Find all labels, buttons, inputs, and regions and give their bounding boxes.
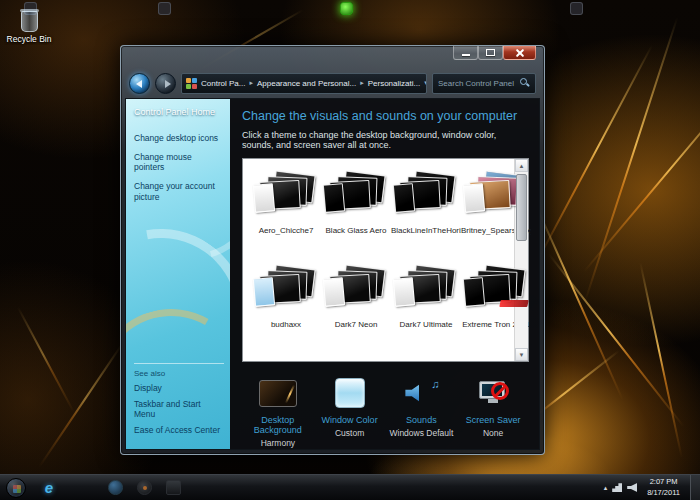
- page-subtitle: Click a theme to change the desktop back…: [242, 130, 529, 150]
- theme-label: BlackLineInTheHorizon: [391, 226, 461, 235]
- sidebar-item-ease-of-access[interactable]: Ease of Access Center: [134, 425, 224, 435]
- sounds-setting[interactable]: ♫ Sounds Windows Default: [386, 375, 458, 448]
- theme-thumbnail: [394, 265, 458, 313]
- scroll-down-button[interactable]: ▼: [515, 348, 528, 361]
- window-color-icon: [335, 378, 365, 408]
- sidebar-swirl-decoration: [126, 196, 230, 433]
- theme-list: Aero_Chicche7 Black Glass Aero BlackLine…: [242, 158, 529, 362]
- show-hidden-icons-button[interactable]: ▴: [604, 484, 608, 492]
- network-icon[interactable]: [612, 483, 622, 492]
- theme-thumbnail: [394, 171, 458, 219]
- wallpaper-streak: [639, 262, 683, 458]
- windows-logo-icon: [6, 478, 26, 498]
- chevron-right-icon: ▸: [249, 79, 253, 87]
- minimize-button[interactable]: [453, 46, 478, 60]
- control-panel-icon: [186, 78, 197, 89]
- wallpaper-streak: [583, 87, 700, 272]
- sidebar-item-taskbar-start-menu[interactable]: Taskbar and Start Menu: [134, 399, 224, 419]
- theme-item[interactable]: Aero_Chicche7: [251, 171, 321, 265]
- recycle-bin-label: Recycle Bin: [3, 34, 55, 44]
- internet-explorer-button[interactable]: e: [37, 477, 61, 499]
- volume-icon[interactable]: [627, 483, 637, 492]
- app-icon: [166, 480, 181, 495]
- close-button[interactable]: [503, 46, 536, 60]
- setting-value: Custom: [314, 428, 386, 438]
- desktop-background-icon: [259, 380, 297, 407]
- window-color-setting[interactable]: Window Color Custom: [314, 375, 386, 448]
- address-bar[interactable]: Control Pa... ▸ Appearance and Personal.…: [181, 73, 427, 94]
- theme-label: Dark7 Ultimate: [391, 320, 461, 329]
- see-also-heading: See also: [134, 363, 224, 378]
- setting-value: None: [457, 428, 529, 438]
- dock-icon[interactable]: [158, 2, 171, 15]
- minimize-icon: [462, 54, 470, 56]
- back-arrow-icon: [136, 80, 142, 88]
- theme-thumbnail: [254, 265, 318, 313]
- page-title: Change the visuals and sounds on your co…: [242, 109, 529, 123]
- dock-icon[interactable]: [570, 2, 583, 15]
- sidebar-item-change-account-picture[interactable]: Change your account picture: [134, 181, 224, 202]
- navigation-bar: Control Pa... ▸ Appearance and Personal.…: [121, 68, 544, 98]
- desktop-background-setting[interactable]: Desktop Background Harmony: [242, 375, 314, 448]
- taskbar-app-button[interactable]: [161, 477, 185, 499]
- prohibition-icon: [491, 382, 509, 400]
- taskbar-app-button[interactable]: [132, 477, 156, 499]
- taskbar-app-button[interactable]: [103, 477, 127, 499]
- forward-arrow-icon: [165, 80, 171, 88]
- sidebar: Control Panel Home Change desktop icons …: [126, 99, 230, 449]
- search-input[interactable]: [438, 79, 520, 88]
- scrollbar-thumb[interactable]: [516, 174, 527, 241]
- breadcrumb-appearance[interactable]: Appearance and Personal...: [255, 77, 358, 90]
- scrollbar[interactable]: ▲ ▼: [514, 159, 528, 361]
- theme-item[interactable]: budhaxx: [251, 265, 321, 359]
- theme-thumbnail: [254, 171, 318, 219]
- caption-buttons: [453, 46, 536, 60]
- sidebar-item-change-mouse-pointers[interactable]: Change mouse pointers: [134, 152, 224, 173]
- scrollbar-track[interactable]: [515, 172, 528, 348]
- maximize-button[interactable]: [478, 46, 503, 60]
- wallpaper-streak: [529, 45, 653, 276]
- search-icon: [520, 78, 530, 88]
- internet-explorer-icon: e: [45, 480, 53, 495]
- forward-button[interactable]: [155, 73, 176, 94]
- taskbar-clock[interactable]: 2:07 PM 8/17/2011: [642, 477, 685, 497]
- theme-item[interactable]: BlackLineInTheHorizon: [391, 171, 461, 265]
- theme-item[interactable]: Dark7 Ultimate: [391, 265, 461, 359]
- theme-grid: Aero_Chicche7 Black Glass Aero BlackLine…: [243, 159, 514, 361]
- search-box[interactable]: [432, 73, 536, 94]
- setting-label: Window Color: [314, 415, 386, 425]
- breadcrumb-personalization[interactable]: Personalizati...: [366, 77, 422, 90]
- sidebar-item-control-panel-home[interactable]: Control Panel Home: [134, 107, 224, 117]
- screen-saver-setting[interactable]: Screen Saver None: [457, 375, 529, 448]
- address-dropdown-icon[interactable]: ▾: [424, 79, 427, 87]
- wallpaper-streak: [17, 307, 75, 414]
- music-notes-icon: ♫: [431, 378, 439, 390]
- setting-label: Desktop Background: [242, 415, 314, 435]
- back-button[interactable]: [129, 73, 150, 94]
- show-desktop-button[interactable]: [690, 475, 700, 500]
- theme-item[interactable]: Dark7 Neon: [321, 265, 391, 359]
- window-titlebar[interactable]: [121, 46, 544, 68]
- breadcrumb-control-panel[interactable]: Control Pa...: [199, 77, 247, 90]
- theme-thumbnail: [324, 265, 388, 313]
- close-icon: [515, 48, 525, 58]
- recycle-bin-icon: [21, 11, 38, 32]
- window-body: Control Panel Home Change desktop icons …: [125, 98, 540, 450]
- setting-label: Screen Saver: [457, 415, 529, 425]
- wallpaper-streak: [584, 17, 679, 303]
- theme-label: Dark7 Neon: [321, 320, 391, 329]
- chevron-right-icon: ▸: [360, 79, 364, 87]
- wallpaper-streak: [547, 253, 684, 428]
- dock-icon-active[interactable]: [340, 2, 353, 15]
- sidebar-item-display[interactable]: Display: [134, 383, 224, 393]
- sidebar-item-change-desktop-icons[interactable]: Change desktop icons: [134, 133, 224, 144]
- main-content: Change the visuals and sounds on your co…: [230, 99, 539, 449]
- screen-saver-icon: [475, 378, 511, 408]
- start-button[interactable]: [0, 475, 32, 500]
- sounds-icon: ♫: [403, 378, 439, 408]
- setting-label: Sounds: [386, 415, 458, 425]
- recycle-bin[interactable]: Recycle Bin: [3, 11, 55, 44]
- theme-item[interactable]: Black Glass Aero: [321, 171, 391, 265]
- personalization-settings: Desktop Background Harmony Window Color …: [242, 375, 529, 448]
- system-tray: ▴ 2:07 PM 8/17/2011: [604, 475, 700, 500]
